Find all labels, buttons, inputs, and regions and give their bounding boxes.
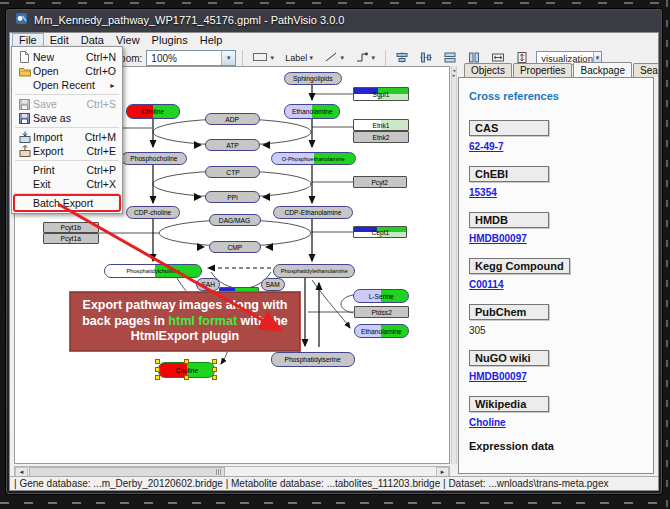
menubar-item-file[interactable]: File xyxy=(12,33,44,47)
selection-handle[interactable] xyxy=(212,375,217,380)
selection-handle[interactable] xyxy=(155,367,160,372)
node-phosphatidylserine[interactable]: Phosphatidylserine xyxy=(271,352,355,367)
dropdown-arrow-icon[interactable]: ▼ xyxy=(370,55,376,61)
node-ethanolamine[interactable]: Ethanolamine xyxy=(284,104,340,119)
xref-link[interactable]: C00114 xyxy=(469,279,503,290)
node-label: Ptdss2 xyxy=(371,309,391,316)
node-adp[interactable]: ADP xyxy=(205,113,260,125)
menubar-item-data[interactable]: Data xyxy=(75,33,110,47)
tab-backpage[interactable]: Backpage xyxy=(573,62,631,77)
menu-item-label: Print xyxy=(33,164,55,176)
panel-splitter[interactable]: ◂▸ xyxy=(451,66,457,464)
node-label: CDP-Ethanolamine xyxy=(285,209,342,216)
node-label: Ethanolamine xyxy=(292,108,333,115)
node-cept1[interactable]: Cept1 xyxy=(353,226,407,238)
align-center-button[interactable] xyxy=(392,49,412,67)
node-atp[interactable]: ATP xyxy=(205,139,260,151)
selection-handle[interactable] xyxy=(212,359,217,364)
selection-handle[interactable] xyxy=(184,375,189,380)
node-o-phosphoethanolamine[interactable]: O-Phosphoethanolamine xyxy=(271,152,356,165)
label-tool-button[interactable]: Label ▼ xyxy=(282,49,317,67)
menu-item-open[interactable]: OpenCtrl+O xyxy=(12,64,122,78)
menu-item-batch-export[interactable]: Batch Export xyxy=(12,196,122,210)
dropdown-arrow-icon[interactable]: ▼ xyxy=(269,55,275,61)
node-dag-mag[interactable]: DAG/MAG xyxy=(209,214,261,226)
tab-search[interactable]: Search xyxy=(633,63,659,77)
menu-item-export[interactable]: ExportCtrl+E xyxy=(12,144,122,158)
node-ptdss2[interactable]: Ptdss2 xyxy=(354,306,409,318)
dropdown-arrow-icon[interactable]: ▼ xyxy=(221,51,235,65)
xref-link[interactable]: 15354 xyxy=(469,187,497,198)
menu-item-shortcut: Ctrl+N xyxy=(78,51,116,63)
splitter-expand-icon[interactable]: ▸ xyxy=(453,73,456,78)
node-sah[interactable]: SAH xyxy=(196,278,220,291)
xref-link[interactable]: 62-49-7 xyxy=(469,141,503,152)
menu-item-save-as[interactable]: Save as xyxy=(12,111,122,125)
selection-handle[interactable] xyxy=(155,359,160,364)
menu-item-import[interactable]: ImportCtrl+M xyxy=(12,130,122,144)
xref-link[interactable]: Choline xyxy=(469,417,506,428)
tab-properties[interactable]: Properties xyxy=(513,63,573,77)
node-pcyt2[interactable]: Pcyt2 xyxy=(353,176,407,188)
node-phosphatidylcholines[interactable]: Phosphatidylcholines xyxy=(104,264,202,278)
node-cmp[interactable]: CMP xyxy=(209,241,261,253)
node-cdp-ethanolamine[interactable]: CDP-Ethanolamine xyxy=(273,206,353,219)
node-sam[interactable]: SAM xyxy=(261,278,285,291)
node-phosphatidylethanolamine[interactable]: Phosphatidylethanolamine xyxy=(273,264,355,278)
xref-header: CAS xyxy=(469,120,549,136)
menu-item-save[interactable]: SaveCtrl+S xyxy=(12,97,122,111)
xref-link[interactable]: HMDB00097 xyxy=(469,233,527,244)
node-etnk2[interactable]: Etnk2 xyxy=(353,131,409,143)
node-l-serine[interactable]: L-Serine xyxy=(353,289,409,303)
align-middle-button[interactable] xyxy=(416,49,436,67)
zoom-value: 100% xyxy=(151,53,177,64)
menu-item-exit[interactable]: ExitCtrl+X xyxy=(12,177,122,191)
tab-objects[interactable]: Objects xyxy=(464,63,512,77)
menu-item-label: Export xyxy=(33,145,63,157)
align-center-icon xyxy=(395,51,409,66)
node-pcyt1a[interactable]: Pcyt1a xyxy=(43,233,99,244)
node-phosphocholine[interactable]: Phosphocholine xyxy=(121,152,187,165)
node-ppi[interactable]: PPi xyxy=(205,191,260,203)
menu-item-print[interactable]: PrintCtrl+P xyxy=(12,163,122,177)
node-etnk1[interactable]: Etnk1 xyxy=(353,119,409,131)
zoom-combobox[interactable]: 100% ▼ xyxy=(146,50,236,66)
menubar-item-plugins[interactable]: Plugins xyxy=(146,33,194,47)
annotation-callout: Export pathway images along with back pa… xyxy=(70,292,300,351)
connector-tool-button[interactable]: ▼ xyxy=(352,49,379,67)
node-cdp-choline[interactable]: CDP-choline xyxy=(126,206,180,219)
menubar-item-edit[interactable]: Edit xyxy=(44,33,75,47)
selection-handle[interactable] xyxy=(184,359,189,364)
node-sgpl1[interactable]: Sgpl1 xyxy=(353,87,409,101)
menubar-item-help[interactable]: Help xyxy=(194,33,229,47)
node-ethanolamine[interactable]: Ethanolamine xyxy=(354,324,409,338)
gene-product-tool-button[interactable]: ▼ xyxy=(249,49,278,67)
menu-item-label: New xyxy=(33,51,54,63)
menubar-item-view[interactable]: View xyxy=(110,33,146,47)
menu-separator xyxy=(15,160,119,161)
menu-item-open-recent[interactable]: Open Recent► xyxy=(12,78,122,92)
backpage-content: Cross references CAS62-49-7ChEBI15354HMD… xyxy=(458,77,654,474)
node-sphingolipids[interactable]: Sphingolipids xyxy=(284,72,342,85)
side-panel: ObjectsPropertiesBackpageSearchLegend Cr… xyxy=(458,63,654,475)
line-tool-button[interactable]: ▼ xyxy=(321,49,348,67)
node-label: Cept1 xyxy=(371,229,389,236)
node-choline[interactable]: Choline xyxy=(126,104,180,119)
dropdown-arrow-icon[interactable]: ▼ xyxy=(308,55,314,61)
menu-item-label: Import xyxy=(33,131,63,143)
node-ctp[interactable]: CTP xyxy=(205,166,260,178)
node-label: Ethanolamine xyxy=(361,328,402,335)
node-pcyt1b[interactable]: Pcyt1b xyxy=(43,222,99,233)
node-label: CMP xyxy=(228,244,243,251)
node-label: DAG/MAG xyxy=(219,217,250,224)
title-bar: Mm_Kennedy_pathway_WP1771_45176.gpml - P… xyxy=(6,9,662,31)
xref-section-kegg-compound: Kegg CompoundC00114 xyxy=(469,256,643,290)
connector-tool-icon xyxy=(355,51,369,65)
dropdown-arrow-icon[interactable]: ▼ xyxy=(339,55,345,61)
side-panel-tabs: ObjectsPropertiesBackpageSearchLegend xyxy=(458,63,654,77)
selection-handle[interactable] xyxy=(155,375,160,380)
xref-link[interactable]: HMDB00097 xyxy=(469,371,527,382)
menu-item-new[interactable]: NewCtrl+N xyxy=(12,50,122,64)
selection-handle[interactable] xyxy=(212,367,217,372)
cross-references-heading: Cross references xyxy=(469,90,643,102)
